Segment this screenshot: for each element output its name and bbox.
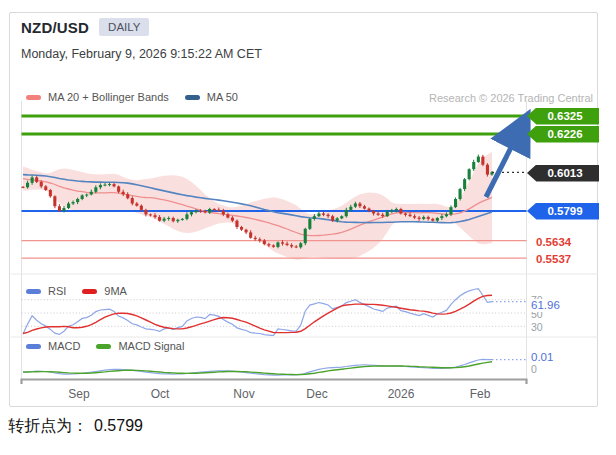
- resistance-price-tag-2: 0.6226: [527, 126, 599, 143]
- rsi-current-value: 61.96: [531, 299, 562, 312]
- svg-text:Feb: Feb: [470, 387, 491, 401]
- macd-legend: MACD MACD Signal: [26, 340, 200, 352]
- rsi-legend-label: RSI: [48, 285, 66, 297]
- svg-text:Nov: Nov: [233, 387, 254, 401]
- pivot-price-tag: 0.5799: [527, 203, 599, 220]
- svg-text:2026: 2026: [388, 387, 415, 401]
- screenshot-root: NZD/USD DAILY Monday, February 9, 2026 9…: [0, 0, 616, 455]
- x-axis: SepOctNovDec2026Feb: [22, 380, 527, 402]
- svg-text:Sep: Sep: [68, 387, 90, 401]
- bollinger-band: [23, 152, 492, 260]
- last-price-tag: 0.6013: [527, 165, 599, 182]
- svg-text:Dec: Dec: [306, 387, 327, 401]
- macd-legend-label: MACD: [48, 340, 80, 352]
- chart-card: NZD/USD DAILY Monday, February 9, 2026 9…: [9, 12, 598, 407]
- macd-zero-label: 0: [531, 363, 537, 375]
- support-level-label-2: 0.5537: [536, 252, 571, 266]
- macd-plot: [23, 359, 527, 375]
- support-level-label-1: 0.5634: [536, 235, 571, 249]
- svg-text:Oct: Oct: [151, 387, 170, 401]
- rsi-legend-swatch: [26, 289, 41, 294]
- pivot-footnote-label: 转折点为：: [8, 417, 88, 434]
- macd-legend-swatch: [26, 344, 41, 349]
- resistance-price-tag-1: 0.6325: [527, 108, 599, 125]
- rsi-ma-legend-swatch: [82, 289, 97, 294]
- rsi-tick-30: 30: [531, 321, 543, 333]
- rsi-ma-legend-label: 9MA: [104, 285, 127, 297]
- macd-signal-legend-swatch: [96, 344, 111, 349]
- pivot-footnote-value: 0.5799: [94, 417, 143, 434]
- rsi-legend: RSI 9MA: [26, 285, 143, 297]
- macd-signal-legend-label: MACD Signal: [118, 340, 184, 352]
- pivot-footnote: 转折点为：0.5799: [8, 416, 143, 437]
